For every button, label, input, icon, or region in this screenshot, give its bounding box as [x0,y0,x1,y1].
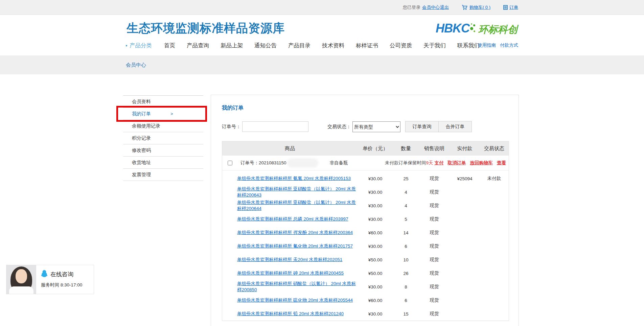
nav-right-links: 使用指南 付款方式 [475,42,518,48]
orders-link[interactable]: 订单 [509,4,518,10]
return-to-cart-link[interactable]: 放回购物车 [470,160,493,166]
sales-note-cell: 现货 [419,257,450,263]
nav-item-about-us[interactable]: 关于我们 [423,42,446,49]
sidebar-item-balance-records[interactable]: 余额使用记录 [123,120,203,132]
online-chat-widget[interactable]: 在线咨询 服务时间 8:30-17:00 [6,265,94,294]
product-link[interactable]: 单组份水质监测标样标样所 亚硝酸盐（以氮计） 20ml 水质标样200644 [237,200,356,211]
molecule-dots-icon [469,23,476,34]
login-status-group: 您已登录 会员中心退出 [403,4,449,10]
sidebar-item-points-records[interactable]: 积分记录 [123,132,203,144]
order-number: 订单号：20210831150 [240,160,286,166]
order-group-header: 订单号：20210831150 非自备瓶 未付款订单保留时间9天 支付 取消订单… [222,156,509,170]
order-search-bar: 订单号： 交易状态： 所有类型 订单查询 合并订单 [222,121,509,132]
sidebar-item-my-orders[interactable]: 我的订单 > [123,108,203,120]
order-list-icon [503,5,508,10]
unit-price-cell: ¥50.00 [358,271,393,276]
paid-amount-cell: ¥25094 [450,176,480,181]
retention-notice: 未付款订单保留时间9天 [385,160,433,166]
quantity-cell: 6 [393,244,419,249]
logged-in-text: 您已登录 [403,4,420,10]
cancel-order-link[interactable]: 取消订单 [448,160,466,166]
order-items: 单组份水质监测标样标样所 氨氮 20ml 水质标样2005153 ¥30.00 … [222,170,509,321]
cart-icon [462,5,468,10]
logout-link[interactable]: 退出 [440,4,449,10]
quantity-cell: 15 [393,311,419,317]
unit-price-cell: ¥30.00 [358,217,393,222]
sales-note-cell: 现货 [419,176,450,182]
product-link[interactable]: 单组份水质监测标样标样所 亚硝酸盐（以氮计） 20ml 水质标样200643 [237,186,356,197]
nav-item-certificates[interactable]: 标样证书 [356,42,378,49]
member-sidebar: 会员资料 我的订单 > 余额使用记录 积分记录 修改密码 收货地址 发票管理 [123,95,203,181]
product-link[interactable]: 单组份水质监测标样标样所 挥发酚 20ml 水质标样200364 [237,230,353,235]
table-row: 单组份水质监测标样标样所 砷 20ml 水质标样200455 ¥50.00 26… [222,266,509,280]
nav-item-product-catalog[interactable]: 产品目录 [288,42,310,49]
product-link[interactable]: 单组份水质监测标样标样所 砷 20ml 水质标样200455 [237,271,344,276]
nav-item-technical-docs[interactable]: 技术资料 [322,42,344,49]
header-paid-amount: 实付款 [450,145,480,152]
product-link[interactable]: 单组份水质监测标样标样所 铅 20ml 水质标样201240 [237,311,344,316]
order-checkbox[interactable] [228,161,232,165]
pay-link[interactable]: 支付 [435,160,444,166]
unit-price-cell: ¥30.00 [358,176,393,181]
sidebar-item-shipping-address[interactable]: 收货地址 [123,157,203,169]
unit-price-cell: ¥30.00 [358,311,393,317]
trade-status-select[interactable]: 所有类型 [352,121,400,132]
payment-method-link[interactable]: 付款方式 [500,43,518,48]
nav-item-new-arrivals[interactable]: 新品上架 [221,42,243,49]
product-link[interactable]: 单组份水质监测标样标样所 汞20ml 水质标样202051 [237,257,342,262]
nav-item-qualifications[interactable]: 公司资质 [390,42,412,49]
nav-product-category[interactable]: 产品分类 [126,42,152,49]
order-query-button[interactable]: 订单查询 [405,121,439,132]
sidebar-item-member-profile[interactable]: 会员资料 [123,96,203,108]
product-link[interactable]: 单组份水质监测标样标样所 氟化物 20ml 水质标样201757 [237,243,353,249]
unit-price-cell: ¥60.00 [358,298,393,303]
header-sales-note: 销售说明 [419,145,450,152]
bottle-note: 非自备瓶 [330,160,348,166]
cart-link[interactable]: 购物车( 0 ) [469,4,490,10]
sales-note-cell: 现货 [419,216,450,222]
product-link[interactable]: 单组份水质监测标样标样所 硝酸盐（以氮计） 20ml 水质标样200850 [237,281,356,292]
table-row: 单组份水质监测标样标样所 硫化物 20ml 水质标样205544 ¥60.00 … [222,294,509,307]
orders-table: 商品 单价（元） 数量 销售说明 实付款 交易状态 订单号：2021083115… [222,141,509,321]
nav-item-home[interactable]: 首页 [164,42,175,49]
sales-note-cell: 现货 [419,270,450,276]
product-link[interactable]: 单组份水质监测标样标样所 硫化物 20ml 水质标样205544 [237,298,353,303]
order-no-input[interactable] [242,121,308,132]
qq-penguin-icon [41,270,48,279]
table-row: 单组份水质监测标样标样所 铅 20ml 水质标样201240 ¥30.00 15… [222,307,509,321]
table-row: 单组份水质监测标样标样所 氨氮 20ml 水质标样2005153 ¥30.00 … [222,172,509,185]
orders-group[interactable]: 订单 [503,4,518,10]
trade-status-cell: 未付款 [480,176,509,182]
nav-item-notices[interactable]: 通知公告 [254,42,277,49]
quantity-cell: 25 [393,176,419,181]
member-center-link[interactable]: 会员中心 [422,4,440,10]
sales-note-cell: 现货 [419,203,450,209]
agent-avatar [6,265,36,294]
quantity-cell: 4 [393,190,419,195]
sales-note-cell: 现货 [419,243,450,249]
table-row: 单组份水质监测标样标样所 总磷 20ml 水质标样203997 ¥30.00 5… [222,212,509,226]
quantity-cell: 4 [393,203,419,208]
cart-group[interactable]: 购物车( 0 ) [462,4,490,10]
chat-service-hours: 服务时间 8:30-17:00 [41,282,82,288]
trade-status-label: 交易状态： [327,124,351,130]
nav-item-product-search[interactable]: 产品查询 [187,42,209,49]
merge-orders-button[interactable]: 合并订单 [438,121,472,132]
top-utility-bar: 您已登录 会员中心退出 购物车( 0 ) 订单 [0,0,644,15]
product-link[interactable]: 单组份水质监测标样标样所 氨氮 20ml 水质标样2005153 [237,176,351,181]
main-navigation: 产品分类 首页 产品查询 新品上架 通知公告 产品目录 技术资料 标样证书 公司… [126,42,491,49]
brand-name-text: 环标科创 [478,25,518,34]
site-title: 生态环境监测标准样品资源库 [127,20,285,36]
sidebar-item-change-password[interactable]: 修改密码 [123,144,203,157]
page-title: 我的订单 [222,104,509,112]
brand-abbr-text: HBKC [436,22,469,34]
company-logo: HBKC 环标科创 [436,22,518,34]
product-link[interactable]: 单组份水质监测标样标样所 总磷 20ml 水质标样203997 [237,216,348,222]
sidebar-item-invoice-management[interactable]: 发票管理 [123,169,203,181]
square-bullet-icon [126,45,127,46]
breadcrumb[interactable]: 会员中心 [126,62,146,68]
view-order-link[interactable]: 查看 [497,160,506,166]
sales-note-cell: 现货 [419,230,450,236]
header-unit-price: 单价（元） [358,145,393,152]
guide-link[interactable]: 使用指南 [478,43,496,48]
